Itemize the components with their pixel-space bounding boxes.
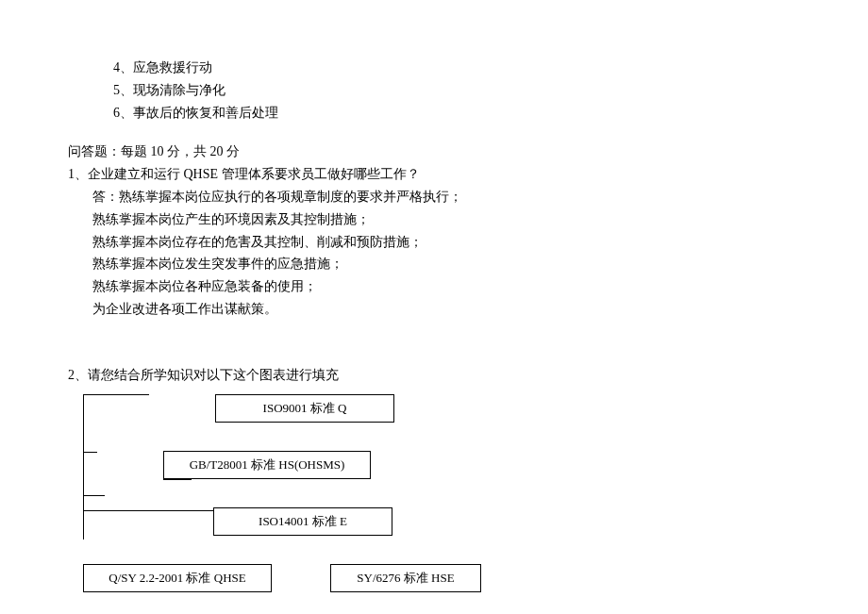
question-1-title: 1、企业建立和运行 QHSE 管理体系要求员工做好哪些工作？ — [57, 163, 811, 186]
diagram-box-iso9001: ISO9001 标准 Q — [215, 394, 394, 423]
connector — [83, 525, 84, 539]
list-item-4: 4、应急救援行动 — [57, 57, 811, 79]
diagram-box-iso14001: ISO14001 标准 E — [213, 507, 392, 536]
question-2-title: 2、请您结合所学知识对以下这个图表进行填充 — [57, 364, 811, 387]
connector — [163, 479, 192, 480]
connector — [83, 495, 105, 496]
diagram-box-qsy: Q/SY 2.2-2001 标准 QHSE — [83, 564, 272, 592]
connector — [83, 511, 84, 525]
connector — [83, 395, 84, 452]
diagram-box-gbt28001: GB/T28001 标准 HS(OHSMS) — [163, 451, 371, 479]
connector — [83, 452, 97, 453]
list-item-5: 5、现场清除与净化 — [57, 79, 811, 102]
connector — [83, 394, 149, 395]
q1-answer-line-3: 熟练掌握本岗位存在的危害及其控制、削减和预防措施； — [57, 231, 811, 254]
list-item-6: 6、事故后的恢复和善后处理 — [57, 102, 811, 124]
q1-answer-line-5: 熟练掌握本岗位各种应急装备的使用； — [57, 275, 811, 298]
q1-answer-line-2: 熟练掌握本岗位产生的环境因素及其控制措施； — [57, 208, 811, 231]
q1-answer-line-1: 答：熟练掌握本岗位应执行的各项规章制度的要求并严格执行； — [57, 186, 811, 208]
q1-answer-line-4: 熟练掌握本岗位发生突发事件的应急措施； — [57, 253, 811, 275]
connector — [83, 453, 84, 495]
standards-diagram: ISO9001 标准 Q GB/T28001 标准 HS(OHSMS) ISO1… — [83, 394, 593, 592]
connector — [83, 496, 84, 510]
diagram-box-sy6276: SY/6276 标准 HSE — [330, 564, 481, 592]
q1-answer-line-6: 为企业改进各项工作出谋献策。 — [57, 298, 811, 321]
essay-header: 问答题：每题 10 分，共 20 分 — [57, 141, 811, 163]
